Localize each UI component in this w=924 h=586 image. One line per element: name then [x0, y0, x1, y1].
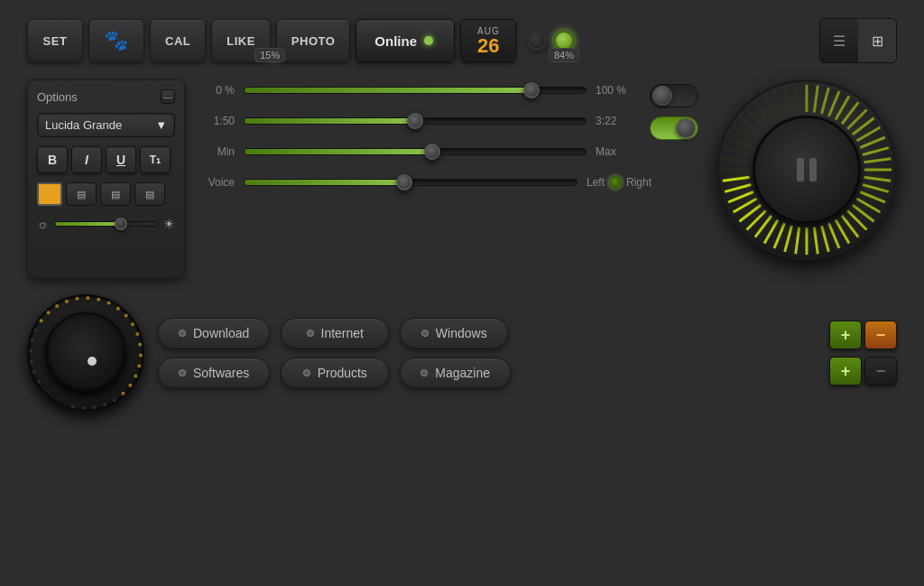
subscript-button[interactable]: T₁ [140, 146, 171, 173]
photo-button[interactable]: PHOTO [276, 19, 351, 62]
align-center-button[interactable]: ▤ [100, 182, 131, 206]
grid-icon: ⊞ [872, 33, 883, 50]
toggle-1[interactable] [650, 84, 698, 107]
sliders-area: 15% 84% 0 % 100 % 1:50 [203, 79, 632, 189]
slider2-track[interactable] [244, 117, 587, 125]
products-button[interactable]: Products [281, 358, 389, 388]
paw-button[interactable]: 🐾 [88, 19, 144, 62]
products-label: Products [318, 366, 367, 380]
slider3-min-label: Min [203, 145, 235, 158]
windows-label: Windows [436, 326, 487, 340]
options-title: Options [37, 90, 78, 104]
tags-row-2: Softwares Products Magazine [158, 358, 816, 388]
pm-row-1: + − [829, 321, 897, 349]
align-left-button[interactable]: ▤ [66, 182, 97, 206]
underline-button[interactable]: U [106, 146, 136, 173]
toggle-1-knob [652, 86, 672, 106]
options-panel: Options — Lucida Grande ▼ B I U T₁ ▤ ▤ [27, 79, 185, 278]
internet-button[interactable]: Internet [281, 318, 389, 349]
bold-button[interactable]: B [37, 146, 68, 173]
products-bullet [303, 369, 310, 377]
dial-inner[interactable] [753, 116, 861, 224]
list-view-button[interactable]: ☰ [820, 19, 858, 62]
align-left-icon: ▤ [77, 189, 86, 200]
toggle-group [650, 79, 698, 140]
slider1-row: 0 % 100 % [203, 84, 632, 97]
slider3-row: Min Max [203, 145, 632, 158]
pm-row-2: + − [829, 357, 897, 386]
main-container: SET 🐾 CAL LIKE PHOTO Online AUG 26 ☰ ⊞ [0, 0, 924, 586]
internet-label: Internet [321, 326, 364, 340]
voice-radio-button[interactable] [609, 176, 622, 189]
knob-canvas [27, 294, 144, 412]
minus-dark-button[interactable]: − [864, 357, 897, 386]
format-buttons: B I U T₁ [37, 146, 175, 173]
toggle-2-knob [676, 118, 696, 138]
knob-container [27, 294, 144, 412]
slider1-max-label: 100 % [596, 84, 632, 97]
download-label: Download [193, 326, 249, 340]
slider2-max-label: 3:22 [596, 115, 632, 127]
plus-green-2-icon: + [841, 362, 851, 381]
slider3-max-label: Max [596, 145, 632, 158]
volume-knob[interactable] [27, 294, 144, 412]
font-select[interactable]: Lucida Grande ▼ [37, 113, 175, 137]
slider2-thumb[interactable] [407, 113, 423, 129]
pause-bar-right [809, 158, 817, 181]
list-icon: ☰ [833, 33, 845, 50]
slider1-right-badge: 84% [549, 48, 579, 62]
minus-orange-button[interactable]: − [864, 321, 897, 349]
minus-orange-icon: − [876, 326, 886, 345]
options-header: Options — [37, 89, 175, 104]
softwares-bullet [179, 369, 186, 377]
magazine-label: Magazine [435, 366, 490, 380]
slider4-track[interactable] [244, 179, 578, 186]
slider1-thumb[interactable] [523, 82, 540, 98]
toggle-2[interactable] [650, 116, 698, 140]
options-close-button[interactable]: — [161, 89, 175, 104]
align-right-button[interactable]: ▤ [134, 182, 165, 206]
indicator-1[interactable] [527, 31, 547, 51]
slider4-right-label: Right [626, 176, 651, 189]
slider4-row: Voice Left Right [203, 176, 632, 189]
magazine-button[interactable]: Magazine [400, 358, 511, 388]
font-name: Lucida Grande [45, 118, 122, 132]
slider1-track[interactable] [244, 87, 587, 94]
brightness-slider[interactable] [54, 221, 158, 227]
plus-green-1-icon: + [841, 326, 851, 345]
slider3-thumb[interactable] [424, 144, 440, 160]
date-day: 26 [477, 36, 499, 56]
italic-button[interactable]: I [71, 146, 102, 173]
windows-button[interactable]: Windows [400, 318, 508, 349]
align-right-icon: ▤ [145, 189, 154, 200]
dropdown-chevron-icon: ▼ [155, 118, 167, 132]
slider2-row: 1:50 3:22 [203, 115, 632, 127]
cal-button[interactable]: CAL [150, 19, 206, 62]
brightness-min-icon: ☼ [37, 217, 49, 231]
brightness-max-icon: ☀ [163, 217, 175, 231]
softwares-button[interactable]: Softwares [158, 358, 270, 388]
brightness-thumb[interactable] [115, 218, 127, 230]
top-bar: SET 🐾 CAL LIKE PHOTO Online AUG 26 ☰ ⊞ [27, 18, 897, 63]
internet-bullet [307, 330, 314, 337]
paw-icon: 🐾 [104, 29, 129, 52]
online-status-dot [424, 36, 433, 45]
softwares-label: Softwares [193, 366, 249, 380]
color-swatch[interactable] [37, 182, 62, 206]
grid-view-button[interactable]: ⊞ [858, 19, 896, 62]
slider3-track[interactable] [244, 148, 587, 155]
plus-green-1-button[interactable]: + [829, 321, 862, 349]
slider2-min-label: 1:50 [203, 115, 235, 127]
dial-outer[interactable]: /* segments drawn via JS below */ [716, 79, 897, 260]
download-button[interactable]: Download [158, 318, 270, 349]
slider4-left-label: Left [587, 176, 605, 189]
date-widget: AUG 26 [460, 19, 516, 62]
slider4-thumb[interactable] [396, 174, 412, 191]
align-center-icon: ▤ [111, 189, 120, 200]
plus-green-2-button[interactable]: + [829, 357, 862, 386]
pause-bar-left [797, 158, 804, 181]
tags-row-1: Download Internet Windows [158, 318, 816, 349]
set-button[interactable]: SET [27, 19, 83, 62]
pause-icon [797, 158, 817, 181]
online-button[interactable]: Online [356, 19, 455, 62]
